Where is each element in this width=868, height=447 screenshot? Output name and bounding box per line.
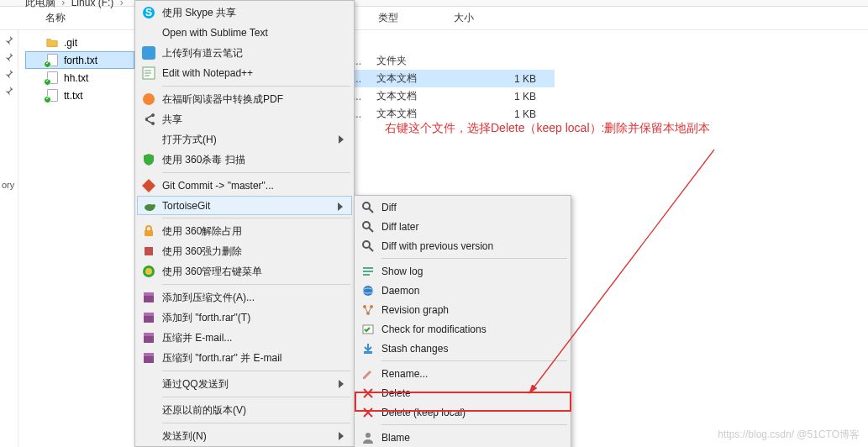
menu-separator xyxy=(162,172,350,173)
rar-icon xyxy=(141,310,156,325)
text-file-icon xyxy=(45,71,59,85)
svg-point-20 xyxy=(363,222,370,229)
quick-access-pane: ory xyxy=(0,30,18,447)
svg-rect-2 xyxy=(142,46,155,60)
file-row-forth[interactable]: forth.txt xyxy=(25,51,134,69)
file-name: hh.txt xyxy=(64,72,88,84)
svg-point-21 xyxy=(363,241,370,248)
menu-git-commit[interactable]: Git Commit -> "master"... xyxy=(137,176,352,196)
notepadpp-icon xyxy=(141,66,156,81)
menu-sublime[interactable]: Open with Sublime Text xyxy=(137,23,352,43)
chevron-right-icon: › xyxy=(120,0,124,8)
pin-icon xyxy=(3,52,15,64)
col-size[interactable]: 大小 xyxy=(454,11,538,25)
menu-notepadpp[interactable]: Edit with Notepad++ xyxy=(137,63,352,83)
chevron-right-icon xyxy=(339,379,345,391)
magnifier-icon xyxy=(360,200,376,215)
menu-360scan[interactable]: 使用 360杀毒 扫描 xyxy=(137,150,352,170)
context-menu: S使用 Skype 共享 Open with Sublime Text 上传到有… xyxy=(134,0,355,447)
col-name[interactable]: 名称 xyxy=(0,11,134,25)
menu-separator xyxy=(162,423,350,423)
column-headers: 名称 类型 大小 xyxy=(0,7,868,30)
svg-text:S: S xyxy=(145,7,152,18)
svg-rect-22 xyxy=(363,267,373,269)
chevron-right-icon xyxy=(339,431,345,443)
menu-compress-email[interactable]: 压缩并 E-mail... xyxy=(137,328,352,348)
magnifier-icon xyxy=(360,219,376,234)
menu-skype[interactable]: S使用 Skype 共享 xyxy=(137,3,352,23)
globe-icon xyxy=(360,283,376,298)
file-row-hh[interactable]: hh.txt xyxy=(25,69,134,87)
menu-add-archive[interactable]: 添加到压缩文件(A)... xyxy=(137,287,352,308)
file-name: tt.txt xyxy=(64,90,83,102)
menu-separator xyxy=(381,424,567,425)
detail-row[interactable]: ...文本文档1 KB xyxy=(353,70,555,87)
rar-icon xyxy=(141,330,156,345)
person-icon xyxy=(360,430,376,445)
menu-360rightmenu[interactable]: 使用 360管理右键菜单 xyxy=(137,261,352,281)
foxit-icon xyxy=(141,92,156,107)
submenu-blame[interactable]: Blame xyxy=(356,428,569,447)
svg-rect-18 xyxy=(144,353,154,356)
menu-qq-send[interactable]: 通过QQ发送到 xyxy=(137,374,352,394)
pin-icon xyxy=(3,86,15,97)
detail-row[interactable]: ...文件夹 xyxy=(353,52,555,70)
svg-rect-23 xyxy=(363,271,373,272)
breadcrumb-loc1[interactable]: 此电脑 xyxy=(25,0,55,8)
menu-openwith[interactable]: 打开方式(H) xyxy=(137,129,352,150)
delete-icon xyxy=(141,244,156,259)
menu-sendto[interactable]: 发送到(N) xyxy=(137,426,352,446)
menu-separator xyxy=(162,218,350,218)
check-icon xyxy=(360,322,376,337)
annotation-arrow xyxy=(504,150,723,402)
file-row-tt[interactable]: tt.txt xyxy=(25,87,134,104)
annotation-text: 右键这个文件，选择Delete（keep local）:删除并保留本地副本 xyxy=(385,120,855,137)
menu-foxit[interactable]: 在福昕阅读器中转换成PDF xyxy=(137,89,352,109)
menu-360forcedel[interactable]: 使用 360强力删除 xyxy=(137,241,352,261)
sidebar-text: ory xyxy=(2,180,14,190)
skype-icon: S xyxy=(141,5,156,20)
svg-rect-12 xyxy=(144,292,154,296)
menu-add-forth-rar[interactable]: 添加到 "forth.rar"(T) xyxy=(137,308,352,328)
svg-point-10 xyxy=(145,268,152,275)
svg-point-32 xyxy=(366,433,371,438)
file-name: .git xyxy=(64,37,77,49)
menu-360unzip[interactable]: 使用 360解除占用 xyxy=(137,221,352,241)
breadcrumb-loc2[interactable]: Linux (F:) xyxy=(71,0,114,8)
menu-separator xyxy=(162,86,350,87)
graph-icon xyxy=(360,302,376,318)
file-name: forth.txt xyxy=(64,55,97,66)
menu-compress-forth-email[interactable]: 压缩到 "forth.rar" 并 E-mail xyxy=(137,348,352,368)
rar-icon xyxy=(141,290,156,305)
menu-separator xyxy=(162,371,350,371)
menu-restore[interactable]: 还原以前的版本(V) xyxy=(137,400,352,420)
file-row-git[interactable]: .git xyxy=(25,34,134,51)
menu-separator xyxy=(162,284,350,285)
detail-row[interactable]: ...文本文档1 KB xyxy=(353,87,555,105)
menu-share[interactable]: 共享 xyxy=(137,109,352,129)
shield-icon xyxy=(141,152,156,167)
text-file-icon xyxy=(45,54,59,67)
folder-icon xyxy=(45,36,59,50)
log-icon xyxy=(360,264,376,279)
svg-point-6 xyxy=(152,204,155,208)
tortoise-icon xyxy=(142,199,157,214)
breadcrumb[interactable]: 此电脑 › Linux (F:) › xyxy=(0,0,868,7)
svg-point-19 xyxy=(363,202,370,209)
svg-rect-7 xyxy=(145,230,153,236)
youdao-icon xyxy=(141,45,156,60)
360-icon xyxy=(141,264,156,279)
svg-point-25 xyxy=(363,286,373,296)
menu-tortoisegit[interactable]: TortoiseGit xyxy=(137,196,352,215)
stash-icon xyxy=(360,341,376,356)
menu-youdao[interactable]: 上传到有道云笔记 xyxy=(137,43,352,63)
rar-icon xyxy=(141,350,156,365)
pencil-icon xyxy=(360,366,376,381)
share-icon xyxy=(141,112,156,127)
svg-rect-16 xyxy=(144,333,154,336)
pin-icon xyxy=(3,69,15,81)
svg-rect-14 xyxy=(144,313,154,316)
svg-rect-24 xyxy=(363,274,370,276)
chevron-right-icon xyxy=(338,202,345,213)
pin-icon xyxy=(3,35,15,47)
